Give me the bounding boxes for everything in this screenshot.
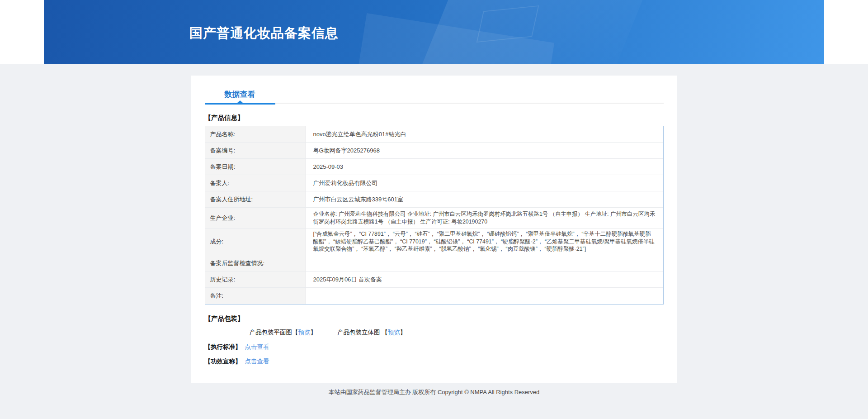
content-area: 数据查看 【产品信息】 产品名称: novo鎏光立绘单色高光粉01#钻光白 备案…: [0, 64, 868, 396]
section-efficacy-title: 【功效宣称】: [205, 358, 241, 365]
table-row-history: 历史记录: 2025年09月06日 首次备案: [205, 271, 663, 288]
table-row-filer-address: 备案人住所地址: 广州市白云区云城东路339号601室: [205, 191, 663, 208]
tab-data-view[interactable]: 数据查看: [205, 76, 275, 104]
banner-decoration: [476, 5, 539, 43]
row-value: [306, 255, 663, 271]
row-label: 备案后监督检查情况:: [205, 255, 306, 271]
header-band: 国产普通化妆品备案信息: [0, 0, 868, 64]
table-row-product-name: 产品名称: novo鎏光立绘单色高光粉01#钻光白: [205, 126, 663, 143]
bracket-open: 【: [382, 329, 388, 336]
row-label: 备注:: [205, 288, 306, 304]
table-row-filer: 备案人: 广州爱莉化妆品有限公司: [205, 175, 663, 191]
row-label: 成分:: [205, 229, 306, 255]
table-row-ingredients: 成分: [“合成氟金云母”， “CI 77891”， “云母”， “硅石”， “…: [205, 229, 663, 255]
table-row-supervision: 备案后监督检查情况:: [205, 255, 663, 271]
packaging-stereo-label: 产品包装立体图: [337, 329, 380, 336]
packaging-flat-label: 产品包装平面图: [250, 329, 292, 336]
section-product-info-title: 【产品信息】: [205, 114, 664, 122]
packaging-line: 产品包装平面图【预览】产品包装立体图 【预览】: [250, 329, 664, 337]
standard-view-link[interactable]: 点击查看: [245, 343, 269, 350]
row-label: 备案日期:: [205, 159, 306, 175]
row-value: [“合成氟金云母”， “CI 77891”， “云母”， “硅石”， “聚二甲基…: [306, 229, 663, 255]
page-title: 国产普通化妆品备案信息: [189, 24, 339, 43]
row-label: 备案人住所地址:: [205, 191, 306, 207]
packaging-stereo-preview-link[interactable]: 预览: [388, 329, 400, 336]
table-row-manufacturer: 生产企业: 企业名称: 广州爱莉生物科技有限公司 企业地址: 广州市白云区均禾街…: [205, 208, 663, 229]
row-label: 历史记录:: [205, 271, 306, 287]
row-label: 备案人:: [205, 175, 306, 191]
table-row-remarks: 备注:: [205, 288, 663, 304]
row-label: 生产企业:: [205, 208, 306, 228]
row-value: 2025年09月06日 首次备案: [306, 271, 663, 287]
efficacy-view-link[interactable]: 点击查看: [245, 358, 269, 365]
packaging-flat-preview-link[interactable]: 预览: [298, 329, 311, 336]
tab-data-view-label: 数据查看: [225, 90, 255, 99]
row-value: 广州市白云区云城东路339号601室: [306, 191, 663, 207]
bracket-close: 】: [311, 329, 317, 336]
row-label: 产品名称:: [205, 126, 306, 142]
footer-copyright: 本站由国家药品监督管理局主办 版权所有 Copyright © NMPA All…: [329, 389, 540, 395]
bracket-close: 】: [400, 329, 406, 336]
row-value: novo鎏光立绘单色高光粉01#钻光白: [306, 126, 663, 142]
tab-caret-icon: [237, 100, 243, 103]
table-row-filing-date: 备案日期: 2025-09-03: [205, 159, 663, 175]
page-header: 国产普通化妆品备案信息: [44, 0, 824, 64]
row-value: 粤G妆网备字2025276968: [306, 143, 663, 158]
tab-active-underline: [205, 103, 275, 105]
page-footer: 本站由国家药品监督管理局主办 版权所有 Copyright © NMPA All…: [0, 388, 868, 396]
row-value: [306, 288, 663, 304]
row-value: 广州爱莉化妆品有限公司: [306, 175, 663, 191]
efficacy-line: 【功效宣称】点击查看: [205, 357, 664, 366]
tab-bar: 数据查看: [205, 76, 664, 104]
bracket-open: 【: [292, 329, 298, 336]
standard-line: 【执行标准】点击查看: [205, 343, 664, 351]
packaging-stereo-group: 产品包装立体图 【预览】: [337, 329, 406, 336]
row-value: 企业名称: 广州爱莉生物科技有限公司 企业地址: 广州市白云区均禾街罗岗村环岗北…: [306, 208, 663, 228]
row-value: 2025-09-03: [306, 159, 663, 175]
table-row-filing-number: 备案编号: 粤G妆网备字2025276968: [205, 143, 663, 159]
row-label: 备案编号:: [205, 143, 306, 158]
content-card: 数据查看 【产品信息】 产品名称: novo鎏光立绘单色高光粉01#钻光白 备案…: [191, 76, 677, 383]
section-standard-title: 【执行标准】: [205, 343, 241, 350]
section-packaging-title: 【产品包装】: [205, 314, 664, 323]
product-info-table: 产品名称: novo鎏光立绘单色高光粉01#钻光白 备案编号: 粤G妆网备字20…: [205, 126, 664, 305]
